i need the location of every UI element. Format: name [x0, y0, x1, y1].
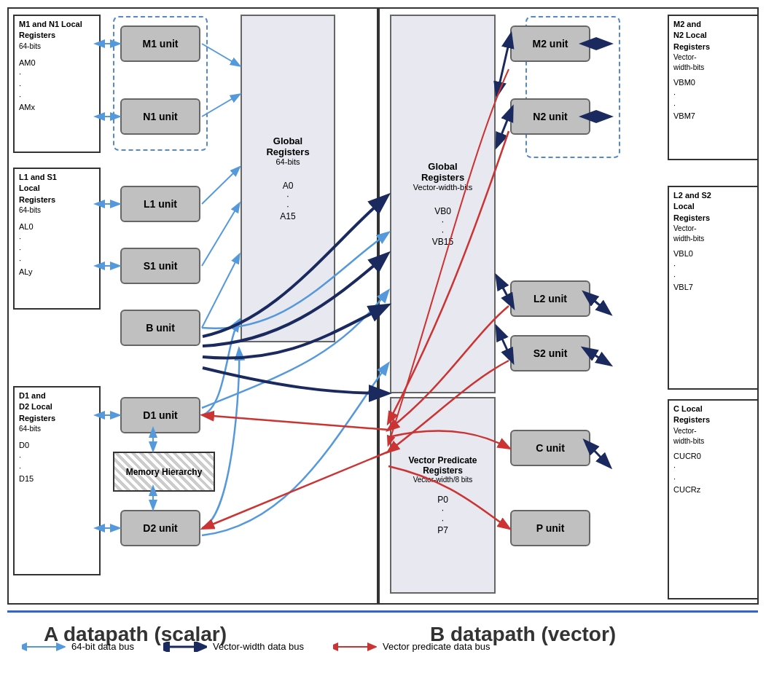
- vector-pred-values: P0··P7: [437, 495, 448, 535]
- d1-unit: D1 unit: [120, 397, 200, 433]
- m1n1-reg-values: AM0···AMx: [19, 58, 95, 114]
- legend-area: 64-bit data bus Vector-width data bus: [7, 634, 758, 659]
- d1d2-reg-subtitle: 64-bits: [19, 424, 95, 434]
- b-unit: B unit: [120, 310, 200, 346]
- l1s1-reg-title: L1 and S1LocalRegisters: [19, 172, 95, 205]
- global-reg-b-values: VB0··VB15: [432, 206, 453, 247]
- l2-unit: L2 unit: [510, 280, 590, 317]
- c-unit: C unit: [510, 430, 590, 466]
- m2-unit: M2 unit: [510, 25, 590, 62]
- l1-unit: L1 unit: [120, 186, 200, 222]
- c-reg-box: C LocalRegisters Vector-width-bits CUCR0…: [668, 399, 759, 599]
- n1-unit: N1 unit: [120, 98, 200, 135]
- d2-unit: D2 unit: [120, 510, 200, 546]
- global-reg-b-subtitle: Vector-width-bits: [413, 183, 472, 192]
- legend-blue-arrow-svg: [22, 642, 66, 652]
- c-reg-subtitle: Vector-width-bits: [673, 426, 753, 447]
- c-reg-values: CUCR0··CUCRz: [673, 451, 753, 496]
- legend-light-blue: 64-bit data bus: [22, 641, 134, 652]
- global-reg-a-title: GlobalRegisters: [266, 135, 309, 157]
- d1d2-reg-title: D1 andD2 LocalRegisters: [19, 390, 95, 424]
- l2s2-reg-subtitle: Vector-width-bits: [673, 224, 753, 244]
- m2n2-reg-values: VBM0··VBM7: [673, 77, 753, 122]
- s2-unit: S2 unit: [510, 335, 590, 371]
- d1d2-reg-box: D1 andD2 LocalRegisters 64-bits D0··D15: [13, 386, 101, 575]
- l2s2-reg-title: L2 and S2LocalRegisters: [673, 190, 753, 224]
- memory-hierarchy-box: Memory Hierarchy: [113, 452, 215, 492]
- c-reg-title: C LocalRegisters: [673, 404, 753, 426]
- m1n1-reg-box: M1 and N1 Local Registers 64-bits AM0···…: [13, 15, 101, 153]
- m2n2-reg-subtitle: Vector-width-bits: [673, 52, 753, 73]
- d1d2-reg-values: D0··D15: [19, 440, 95, 485]
- p-unit: P unit: [510, 510, 590, 546]
- legend-dark-blue: Vector-width data bus: [163, 641, 304, 652]
- m1-unit: M1 unit: [120, 25, 200, 62]
- legend-red: Vector predicate data bus: [333, 641, 490, 652]
- vector-pred-title: Vector PredicateRegisters: [408, 455, 477, 476]
- legend-red-arrow-svg: [333, 642, 377, 652]
- m1n1-reg-title: M1 and N1 Local Registers: [19, 19, 95, 42]
- main-container: M1 and N1 Local Registers 64-bits AM0···…: [0, 0, 766, 700]
- global-reg-b: GlobalRegisters Vector-width-bits VB0··V…: [390, 15, 496, 393]
- l1s1-reg-values: AL0···ALy: [19, 221, 95, 278]
- l2s2-reg-values: VBL0··VBL7: [673, 248, 753, 294]
- m2n2-reg-box: M2 andN2 LocalRegisters Vector-width-bit…: [668, 15, 759, 160]
- s1-unit: S1 unit: [120, 248, 200, 284]
- legend-red-label: Vector predicate data bus: [383, 641, 490, 652]
- legend-dark-arrow-svg: [163, 642, 207, 652]
- global-reg-b-title: GlobalRegisters: [421, 161, 464, 183]
- vector-pred-reg: Vector PredicateRegisters Vector-width/8…: [390, 397, 496, 594]
- memory-hierarchy-label: Memory Hierarchy: [126, 467, 203, 477]
- vector-pred-subtitle: Vector-width/8 bits: [413, 476, 473, 484]
- l1s1-reg-subtitle: 64-bits: [19, 205, 95, 216]
- divider-line: [7, 610, 758, 613]
- m2n2-reg-title: M2 andN2 LocalRegisters: [673, 19, 753, 52]
- l1s1-reg-box: L1 and S1LocalRegisters 64-bits AL0···AL…: [13, 168, 101, 310]
- legend-dark-label: Vector-width data bus: [213, 641, 304, 652]
- legend-blue-label: 64-bit data bus: [71, 641, 134, 652]
- m1n1-reg-subtitle: 64-bits: [19, 42, 95, 52]
- global-reg-a-subtitle: 64-bits: [275, 157, 300, 166]
- n2-unit: N2 unit: [510, 98, 590, 135]
- global-reg-a: GlobalRegisters 64-bits A0··A15: [241, 15, 335, 342]
- l2s2-reg-box: L2 and S2LocalRegisters Vector-width-bit…: [668, 186, 759, 390]
- global-reg-a-values: A0··A15: [280, 181, 295, 221]
